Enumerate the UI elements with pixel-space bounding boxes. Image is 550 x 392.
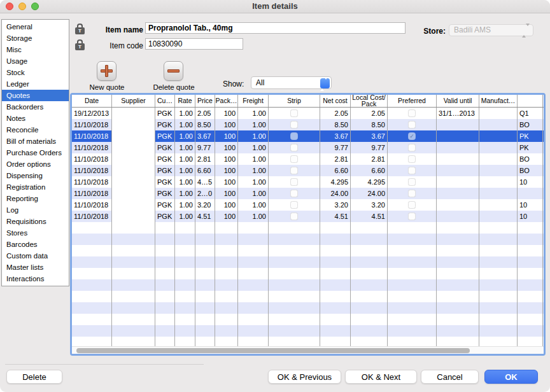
cell-date <box>72 337 112 346</box>
table-row[interactable]: 11/10/2018PGK1.006.601001.006.606.60BO <box>72 165 544 176</box>
show-select[interactable]: All <box>251 76 332 89</box>
cancel-button[interactable]: Cancel <box>421 370 479 384</box>
sidebar-item-general[interactable]: General <box>2 21 69 32</box>
sidebar-item-stock[interactable]: Stock <box>2 67 69 78</box>
preferred-checkbox[interactable] <box>408 178 416 186</box>
sidebar-item-master-lists[interactable]: Master lists <box>2 262 69 273</box>
sidebar-item-dispensing[interactable]: Dispensing <box>2 170 69 181</box>
table-row[interactable]: 11/10/2018PGK1.008.501001.008.508.50BO <box>72 119 544 130</box>
cell-freight: 1.00 <box>238 199 269 211</box>
delete-quote-button[interactable] <box>164 61 183 81</box>
column-header-supplier[interactable]: Supplier <box>112 95 155 107</box>
column-header-pack[interactable]: Pack… <box>215 95 238 107</box>
close-window-button[interactable] <box>6 3 13 10</box>
sidebar-item-interactions[interactable]: Interactions <box>2 273 69 284</box>
preferred-checkbox[interactable] <box>408 201 416 209</box>
sidebar-item-purchase-orders[interactable]: Purchase Orders <box>2 147 69 158</box>
preferred-checkbox[interactable] <box>408 190 416 197</box>
table-row-empty[interactable] <box>72 291 544 302</box>
sidebar-item-quotes[interactable]: Quotes <box>2 90 69 101</box>
ok-next-button[interactable]: OK & Next <box>345 370 417 384</box>
table-row-empty[interactable] <box>72 256 544 268</box>
table-row-empty[interactable] <box>72 314 544 325</box>
column-header-cu[interactable]: Cu… <box>155 95 175 107</box>
sidebar-item-requisitions[interactable]: Requisitions <box>2 216 69 227</box>
scrollbar-thumb[interactable] <box>76 348 470 353</box>
store-select[interactable]: Badili AMS <box>449 24 533 36</box>
item-code-input[interactable] <box>145 38 243 50</box>
table-row[interactable]: 11/10/2018PGK1.003.201001.003.203.2010 <box>72 199 544 211</box>
strip-checkbox[interactable] <box>290 201 298 209</box>
table-row[interactable]: 11/10/2018PGK1.004.511001.004.514.5110 <box>72 211 544 222</box>
preferred-checkbox[interactable] <box>408 213 416 220</box>
sidebar-item-backorders[interactable]: Backorders <box>2 101 69 113</box>
column-header-price[interactable]: Price <box>195 95 215 107</box>
cell-net_cost: 9.77 <box>320 142 351 153</box>
strip-checkbox[interactable] <box>290 167 298 174</box>
cell-freight: 1.00 <box>238 176 269 188</box>
column-header-preferred[interactable]: Preferred <box>388 95 437 107</box>
ok-button[interactable]: OK <box>484 370 538 384</box>
sidebar-item-usage[interactable]: Usage <box>2 55 69 67</box>
strip-checkbox[interactable] <box>290 178 298 186</box>
table-row-empty[interactable] <box>72 268 544 279</box>
zoom-window-button[interactable] <box>31 3 39 10</box>
sidebar-item-bill-of-materials[interactable]: Bill of materials <box>2 136 69 147</box>
sidebar-item-ledger[interactable]: Ledger <box>2 78 69 90</box>
column-header-strip[interactable]: Strip <box>269 95 320 107</box>
sidebar-item-registration[interactable]: Registration <box>2 181 69 193</box>
table-row[interactable]: 11/10/2018PGK1.003.671001.003.673.67✓PK <box>72 130 544 142</box>
sidebar-item-custom-data[interactable]: Custom data <box>2 250 69 262</box>
minimize-window-button[interactable] <box>18 3 26 10</box>
column-header-date[interactable]: Date <box>72 95 112 107</box>
sidebar-item-stores[interactable]: Stores <box>2 227 69 239</box>
sidebar-item-reporting[interactable]: Reporting <box>2 193 69 204</box>
table-row[interactable]: 11/10/2018PGK1.004…51001.004.2954.29510 <box>72 176 544 188</box>
table-row-empty[interactable] <box>72 279 544 291</box>
preferred-checkbox[interactable] <box>408 109 416 117</box>
cell-date <box>72 256 112 268</box>
column-header-freight[interactable]: Freight <box>238 95 269 107</box>
sidebar-item-storage[interactable]: Storage <box>2 32 69 44</box>
table-row[interactable]: 11/10/2018PGK1.002…01001.0024.0024.00 <box>72 188 544 199</box>
ok-previous-button[interactable]: OK & Previous <box>268 370 341 384</box>
strip-checkbox[interactable] <box>290 132 298 140</box>
column-header-extra[interactable] <box>518 95 543 107</box>
sidebar-item-reconcile[interactable]: Reconcile <box>2 124 69 136</box>
cell-extra <box>518 314 543 325</box>
preferred-checkbox[interactable]: ✓ <box>408 132 416 140</box>
horizontal-scrollbar[interactable] <box>72 346 544 354</box>
column-header-valid_until[interactable]: Valid until <box>437 95 479 107</box>
table-row-empty[interactable] <box>72 302 544 314</box>
table-row-empty[interactable] <box>72 245 544 256</box>
column-header-local_cost[interactable]: Local Cost/​Pack <box>351 95 388 107</box>
strip-checkbox[interactable] <box>290 144 298 151</box>
new-quote-button[interactable] <box>97 61 116 81</box>
delete-button[interactable]: Delete <box>6 370 62 384</box>
table-row-empty[interactable] <box>72 325 544 337</box>
table-row-empty[interactable] <box>72 222 544 234</box>
table-row[interactable]: 11/10/2018PGK1.009.771001.009.779.77PK <box>72 142 544 153</box>
column-header-net_cost[interactable]: Net cost <box>320 95 351 107</box>
strip-checkbox[interactable] <box>290 109 298 117</box>
sidebar-item-notes[interactable]: Notes <box>2 113 69 124</box>
strip-checkbox[interactable] <box>290 190 298 197</box>
sidebar-item-barcodes[interactable]: Barcodes <box>2 239 69 250</box>
preferred-checkbox[interactable] <box>408 155 416 163</box>
item-name-input[interactable] <box>145 22 405 34</box>
sidebar-item-misc[interactable]: Misc <box>2 44 69 55</box>
strip-checkbox[interactable] <box>290 213 298 220</box>
preferred-checkbox[interactable] <box>408 121 416 129</box>
column-header-manufacturer[interactable]: Manufact… <box>479 95 518 107</box>
table-row-empty[interactable] <box>72 337 544 346</box>
column-header-rate[interactable]: Rate <box>175 95 195 107</box>
strip-checkbox[interactable] <box>290 121 298 129</box>
sidebar-item-log[interactable]: Log <box>2 204 69 216</box>
table-row[interactable]: 19/12/2013PGK1.002.051001.002.052.0531/1… <box>72 108 544 119</box>
table-row[interactable]: 11/10/2018PGK1.002.811001.002.812.81BO <box>72 153 544 165</box>
table-row-empty[interactable] <box>72 234 544 245</box>
sidebar-item-order-options[interactable]: Order options <box>2 158 69 170</box>
preferred-checkbox[interactable] <box>408 167 416 174</box>
preferred-checkbox[interactable] <box>408 144 416 151</box>
strip-checkbox[interactable] <box>290 155 298 163</box>
